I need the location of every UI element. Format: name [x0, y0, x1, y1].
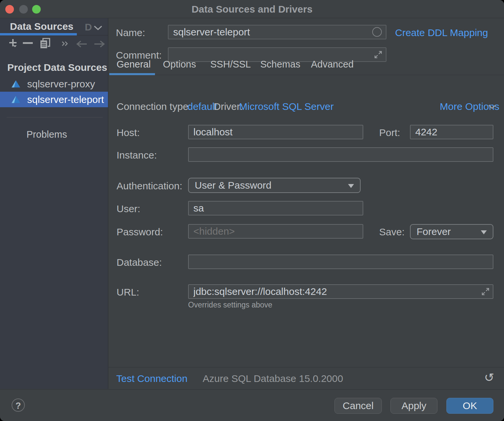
tab-data-sources[interactable]: Data Sources [10, 21, 74, 32]
ok-button[interactable]: OK [446, 398, 493, 414]
data-source-item-sqlserver-proxy[interactable]: sqlserver-proxy [0, 76, 108, 92]
connection-status: Azure SQL Database 15.0.2000 [203, 373, 343, 384]
connection-type-value-link[interactable]: default [187, 101, 217, 112]
port-input[interactable] [410, 125, 493, 139]
data-source-label: sqlserver-teleport [27, 92, 104, 107]
button-bar: ? Cancel Apply OK [0, 389, 504, 421]
help-icon[interactable]: ? [12, 398, 25, 412]
url-label: URL: [117, 287, 139, 298]
back-arrow-icon[interactable] [76, 40, 88, 48]
create-ddl-mapping-link[interactable]: Create DDL Mapping [395, 27, 488, 38]
tab-general[interactable]: General [117, 59, 151, 70]
host-label: Host: [117, 127, 140, 138]
apply-button[interactable]: Apply [390, 398, 437, 414]
azure-icon [11, 95, 21, 104]
name-label: Name: [116, 27, 145, 38]
authentication-label: Authentication: [117, 180, 182, 192]
tab-advanced[interactable]: Advanced [311, 59, 354, 70]
data-source-label: sqlserver-proxy [27, 76, 95, 92]
divider [77, 35, 108, 35]
driver-value-link[interactable]: Microsoft SQL Server [239, 101, 334, 112]
password-input[interactable] [188, 224, 363, 239]
chevron-down-icon[interactable] [488, 105, 496, 109]
revert-icon[interactable]: ↺ [484, 371, 494, 385]
tab-drivers-truncated[interactable]: D [85, 22, 92, 33]
window-title: Data Sources and Drivers [0, 4, 504, 15]
user-input[interactable] [188, 201, 363, 215]
data-sources-dialog: Data Sources and Drivers Data Sources D [0, 0, 504, 421]
database-input[interactable] [188, 255, 493, 269]
instance-input[interactable] [188, 147, 493, 162]
cancel-button[interactable]: Cancel [334, 398, 382, 414]
tab-schemas[interactable]: Schemas [260, 59, 300, 70]
save-selected-value: Forever [417, 226, 451, 237]
port-label: Port: [379, 127, 400, 138]
azure-icon [11, 80, 21, 88]
password-label: Password: [117, 226, 163, 238]
tab-ssh-ssl[interactable]: SSH/SSL [210, 59, 251, 70]
authentication-select[interactable]: User & Password [188, 178, 361, 193]
save-label: Save: [379, 226, 405, 238]
add-data-source-icon[interactable] [7, 37, 19, 49]
connection-type-label: Connection type: [117, 101, 191, 112]
section-project-data-sources: Project Data Sources [7, 62, 107, 73]
problems-link[interactable]: Problems [26, 129, 67, 140]
expand-field-icon[interactable] [481, 287, 490, 296]
test-connection-link[interactable]: Test Connection [116, 373, 187, 384]
more-actions-chevrons-icon[interactable] [61, 40, 69, 47]
expand-field-icon[interactable] [374, 50, 383, 59]
divider [108, 75, 504, 75]
instance-label: Instance: [117, 150, 157, 161]
user-label: User: [117, 203, 140, 214]
url-input[interactable] [188, 284, 493, 299]
duplicate-icon[interactable] [40, 37, 50, 49]
divider [108, 367, 504, 367]
authentication-selected-value: User & Password [195, 180, 272, 191]
dropdown-arrow-icon [481, 230, 487, 234]
save-select[interactable]: Forever [410, 224, 493, 239]
data-source-item-sqlserver-teleport[interactable]: sqlserver-teleport [0, 92, 108, 107]
url-hint: Overrides settings above [188, 301, 272, 309]
host-input[interactable] [188, 125, 363, 139]
chevron-down-icon[interactable] [93, 25, 103, 30]
title-bar: Data Sources and Drivers [0, 0, 504, 18]
database-label: Database: [117, 257, 162, 268]
name-input[interactable] [168, 25, 386, 39]
sidebar: Data Sources D [0, 18, 108, 389]
driver-label: Driver: [214, 101, 243, 112]
forward-arrow-icon[interactable] [93, 40, 106, 48]
sidebar-tab-underline [0, 33, 77, 35]
remove-data-source-icon[interactable] [23, 42, 33, 44]
selected-tab-underline [109, 73, 155, 75]
tab-options[interactable]: Options [163, 59, 196, 70]
loading-circle-icon [372, 27, 382, 37]
divider [7, 117, 103, 117]
dropdown-arrow-icon [348, 184, 354, 188]
